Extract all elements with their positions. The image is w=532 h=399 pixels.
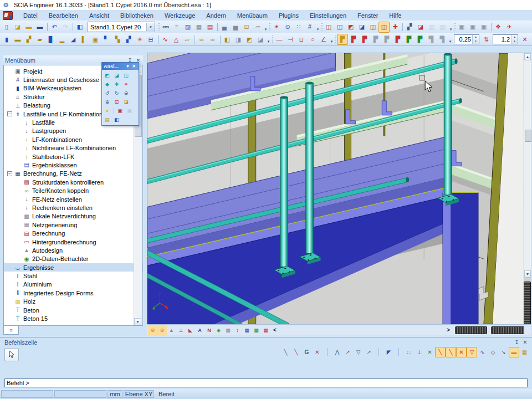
zoom-out[interactable]: ⊖	[121, 89, 131, 98]
snap-polygon[interactable]: ◇	[488, 347, 498, 357]
menu-item[interactable]: Menübaum	[232, 11, 273, 20]
model-params-2[interactable]: ▦	[252, 325, 261, 335]
dim-circle[interactable]: ○	[307, 34, 318, 45]
dim-angle[interactable]: ∠	[318, 34, 329, 45]
export-picture[interactable]: ⊡	[241, 22, 252, 33]
member-join[interactable]: ▞	[123, 34, 134, 45]
menu-item[interactable]: Hilfe	[383, 11, 407, 20]
member-rib[interactable]: ▍	[79, 34, 90, 45]
redo[interactable]: ↷	[60, 22, 71, 33]
snap-button[interactable]	[374, 347, 383, 357]
connection-1[interactable]: ◫	[323, 22, 334, 33]
spin-down-icon[interactable]: ▾	[511, 39, 518, 44]
supports-display[interactable]: ◣	[186, 325, 195, 335]
rotate-slider-horizontal-2[interactable]	[491, 326, 524, 334]
snap-orthogonal[interactable]: ▽	[467, 347, 477, 357]
crosshair[interactable]: ✚	[390, 22, 401, 33]
spinner-arrows[interactable]: ▴ ▾	[472, 35, 479, 44]
print-preview[interactable]: ▅	[230, 22, 241, 33]
dim-line[interactable]: —	[274, 34, 285, 45]
zoom-selection[interactable]: ⊙	[282, 22, 293, 33]
close-icon[interactable]: ✕	[131, 64, 137, 69]
tree-item[interactable]: − Ⅰ Aluminium	[4, 280, 142, 289]
zoom-in[interactable]: ⊕	[103, 98, 112, 106]
tree-item[interactable]: − ▭ Hintergrundberechnung	[4, 238, 142, 246]
toolbar-button[interactable]: ▾	[329, 34, 334, 44]
view-walk[interactable]: ✶	[121, 80, 131, 89]
layer-2[interactable]: ▛	[359, 34, 370, 45]
snap-endpoint[interactable]: ╲	[435, 347, 446, 357]
member-wall[interactable]: ▊	[45, 34, 57, 45]
member-brace[interactable]: ▞	[23, 34, 34, 45]
polygon-tool[interactable]: ▱	[182, 34, 193, 45]
view-x[interactable]: ◩	[103, 71, 112, 80]
tree-item[interactable]: − ∞ Teile/Knoten koppeln	[4, 186, 142, 195]
menu-tree-tab[interactable]: ≡	[3, 326, 19, 335]
window-tile-1[interactable]: ▣	[456, 22, 467, 33]
tree-item[interactable]: − ▤ Ergebnisklassen	[4, 161, 142, 169]
binoculars-2[interactable]: ∞	[207, 34, 218, 45]
clip-box[interactable]: ▤	[103, 115, 112, 124]
tree-expander[interactable]: −	[7, 111, 12, 116]
tree-item[interactable]: − ▦ Netzgenerierung	[4, 221, 142, 229]
display-scale-input[interactable]	[493, 36, 511, 43]
menu-item[interactable]: Ändern	[201, 11, 231, 20]
spin-up-icon[interactable]: ▴	[511, 35, 518, 39]
snap-line-grid[interactable]: ⊥	[414, 347, 424, 357]
snap-midpoint[interactable]: ╲	[446, 347, 456, 357]
member-node[interactable]: ▘	[101, 34, 112, 45]
save[interactable]: ▬	[34, 22, 45, 33]
open-project[interactable]: ◪	[12, 22, 23, 33]
clip-below[interactable]: ⊘	[157, 325, 167, 335]
print[interactable]: ▄	[219, 22, 230, 33]
select-cursor-button[interactable]	[4, 348, 19, 361]
folder-results[interactable]: ◪	[415, 22, 426, 33]
layer-7[interactable]: ▛	[415, 34, 426, 45]
snap-vector[interactable]: ↗	[342, 347, 353, 357]
connection-6[interactable]: ◫	[378, 22, 390, 33]
new-project[interactable]: ▯	[1, 22, 12, 33]
intersect-members[interactable]: ✳	[134, 34, 145, 45]
layer-5[interactable]: ▛	[392, 34, 403, 45]
results-display[interactable]: ▦	[261, 325, 270, 335]
connection-4[interactable]: ◪	[356, 22, 367, 33]
copy-add[interactable]: ◧	[222, 34, 233, 45]
zoom-window[interactable]: ⊡	[112, 98, 121, 106]
member-shell[interactable]: ◢	[68, 34, 79, 45]
search-members[interactable]: ◪	[255, 34, 266, 45]
color-palette[interactable]: ✶	[271, 22, 282, 33]
project-manager[interactable]: ◧	[74, 22, 85, 33]
menu-item[interactable]: Fenster	[352, 11, 383, 20]
rotate-ccw[interactable]: ↺	[103, 89, 112, 98]
menu-item[interactable]: Ansicht	[84, 11, 115, 20]
view-pan[interactable]: ✚	[112, 80, 121, 89]
snap-button[interactable]	[323, 347, 332, 357]
snap-segment[interactable]: ↗	[364, 347, 374, 357]
dropdown-arrow-icon[interactable]: ▾	[146, 23, 155, 31]
view-axo[interactable]: ◆	[103, 80, 112, 89]
member-column[interactable]: ▮	[1, 34, 12, 45]
view-manager-2[interactable]: ▥	[437, 22, 448, 33]
scroll-down-icon[interactable]: ▼	[524, 270, 531, 278]
rendering-mode[interactable]: ▲	[167, 325, 176, 335]
toolbar-button[interactable]: ▾	[448, 34, 453, 44]
layers[interactable]: ≡	[171, 22, 182, 33]
snap-line[interactable]: ╲	[280, 347, 291, 357]
layer-6[interactable]: ▛	[403, 34, 415, 45]
pin-icon[interactable]: ↧	[513, 339, 520, 346]
move-members[interactable]: ◩	[244, 34, 255, 45]
project-dropdown[interactable]: Stand1.1 Cypet 20 ▾	[88, 22, 155, 32]
undo[interactable]: ↶	[49, 22, 60, 33]
save-view[interactable]: ◪	[121, 98, 131, 106]
toolbar-button[interactable]: ▾	[315, 22, 320, 32]
layer-8[interactable]: ▜	[426, 34, 437, 45]
node-tool[interactable]: △	[171, 34, 182, 45]
tree-item[interactable]: − ‖ Integriertes Design Forms	[4, 289, 142, 297]
member-info[interactable]: #	[304, 22, 315, 33]
layer-3[interactable]: ▛	[370, 34, 381, 45]
document[interactable]: ▱	[252, 22, 263, 33]
snap-slab-edge[interactable]: ▬	[509, 347, 519, 357]
chevron-down-icon[interactable]: ▾	[125, 64, 131, 69]
snap-dot-grid[interactable]: ∷	[403, 347, 414, 357]
tree-item[interactable]: − ↓ Rechenkern einstellen	[4, 203, 142, 212]
